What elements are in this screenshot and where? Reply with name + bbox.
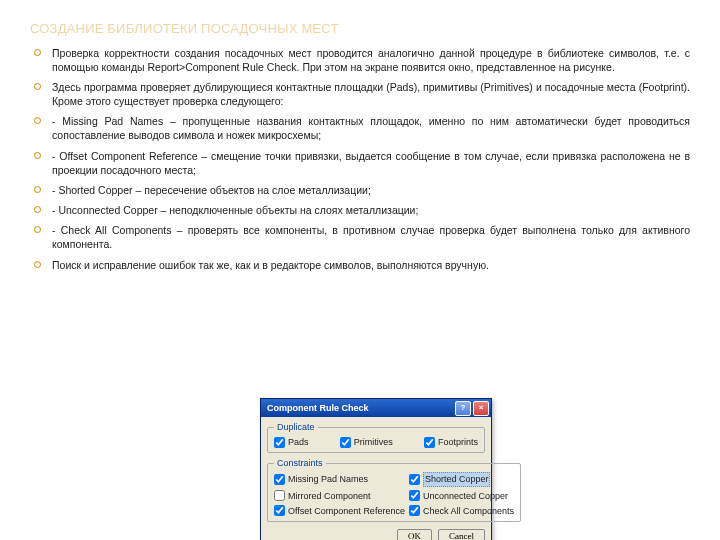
bullet-list: Проверка корректности создания посадочны… [30,46,690,272]
duplicate-group: Duplicate Pads Primitives Footprints [267,421,485,453]
ok-button[interactable]: OK [397,529,432,540]
dialog-titlebar: Component Rule Check ? × [261,399,491,417]
shorted-label: Shorted Copper [423,472,491,486]
mirrored-component-checkbox[interactable]: Mirrored Component [274,490,405,502]
constraints-group: Constraints Missing Pad Names Shorted Co… [267,457,521,522]
checkall-label: Check All Components [423,505,514,517]
shorted-copper-checkbox[interactable]: Shorted Copper [409,472,514,486]
offset-reference-checkbox[interactable]: Offset Component Reference [274,505,405,517]
unconnected-label: Unconnected Copper [423,490,508,502]
duplicate-legend: Duplicate [274,421,318,433]
page-title: СОЗДАНИЕ БИБЛИОТЕКИ ПОСАДОЧНЫХ МЕСТ [30,20,690,38]
pads-checkbox[interactable]: Pads [274,436,309,448]
missing-label: Missing Pad Names [288,473,368,485]
list-item: Проверка корректности создания посадочны… [30,46,690,74]
list-item: - Unconnected Copper – неподключенные об… [30,203,690,217]
list-item: - Missing Pad Names – пропущенные назван… [30,114,690,142]
primitives-label: Primitives [354,436,393,448]
component-rule-check-dialog: Component Rule Check ? × Duplicate Pads … [260,398,492,540]
list-item: - Shorted Copper – пересечение объектов … [30,183,690,197]
list-item: Поиск и исправление ошибок так же, как и… [30,258,690,272]
footprints-label: Footprints [438,436,478,448]
dialog-title: Component Rule Check [267,402,453,414]
primitives-checkbox[interactable]: Primitives [340,436,393,448]
cancel-button[interactable]: Cancel [438,529,485,540]
footprints-checkbox[interactable]: Footprints [424,436,478,448]
check-all-components-checkbox[interactable]: Check All Components [409,505,514,517]
offset-label: Offset Component Reference [288,505,405,517]
mirrored-label: Mirrored Component [288,490,371,502]
help-button[interactable]: ? [455,401,471,416]
pads-label: Pads [288,436,309,448]
list-item: - Check All Components – проверять все к… [30,223,690,251]
list-item: Здесь программа проверяет дублирующиеся … [30,80,690,108]
missing-pad-names-checkbox[interactable]: Missing Pad Names [274,472,405,486]
unconnected-copper-checkbox[interactable]: Unconnected Copper [409,490,514,502]
list-item: - Offset Component Reference – смещение … [30,149,690,177]
close-button[interactable]: × [473,401,489,416]
constraints-legend: Constraints [274,457,326,469]
